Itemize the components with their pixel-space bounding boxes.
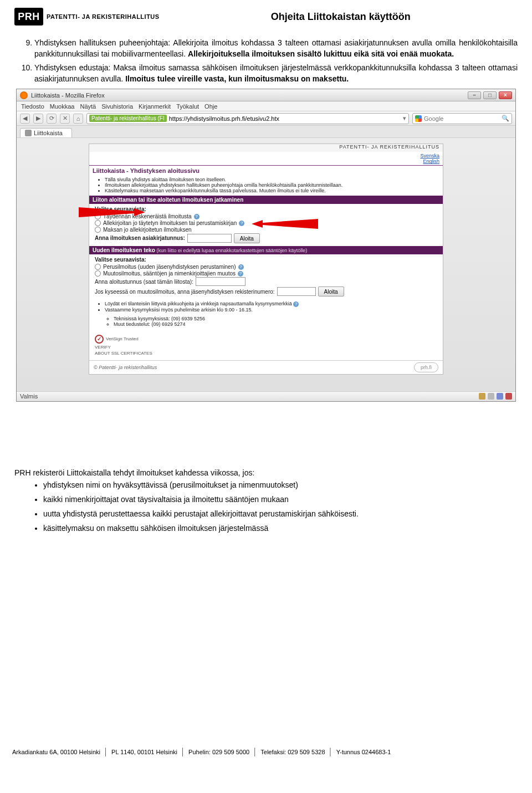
list-item: kaikki nimenkirjoittajat ovat täysivalta… — [43, 495, 518, 504]
list-item: Löydät eri tilanteisiin liittyviä pikkuo… — [105, 301, 431, 307]
menu-item[interactable]: Muokkaa — [50, 103, 75, 110]
footer-address: Arkadiankatu 6A, 00100 Helsinki — [12, 748, 100, 756]
list-item: yhdistyksen nimi on hyväksyttävissä (per… — [43, 480, 518, 489]
google-icon — [415, 115, 422, 122]
prh-logo-text: PATENTTI- JA REKISTERIHALLITUS — [47, 13, 160, 20]
nav-back-button[interactable]: ◀ — [20, 114, 30, 124]
help-icon[interactable]: ? — [238, 264, 244, 270]
browser-window: Liittokaista - Mozilla Firefox – □ × Tie… — [16, 89, 516, 402]
aloita-button[interactable]: Aloita — [234, 233, 260, 243]
menu-item[interactable]: Kirjanmerkit — [139, 103, 171, 110]
dropdown-icon[interactable]: ▾ — [403, 115, 406, 122]
menu-item[interactable]: Työkalut — [176, 103, 199, 110]
window-maximize-button[interactable]: □ — [483, 91, 497, 99]
radio-label: Täydennän keskeneräistä ilmoitusta — [103, 213, 192, 219]
list-item: Tällä sivulla yhdistys aloittaa ilmoituk… — [105, 177, 436, 182]
browser-content: PATENTTI- JA REKISTERIHALLITUS Svenska E… — [17, 138, 515, 391]
lang-link[interactable]: English — [93, 158, 439, 164]
verisign-verify[interactable]: VERIFY — [95, 345, 111, 350]
url-bar[interactable]: Patentti- ja rekisterihallitus (FI ▾ — [86, 113, 409, 124]
menu-item[interactable]: Näytä — [80, 103, 96, 110]
section-title-note: (kun liitto ei edellytä lupaa ennakkotar… — [157, 248, 308, 253]
list-item: Ilmoituksen allekirjoittaa yhdistyksen h… — [105, 182, 436, 188]
aloita-button[interactable]: Aloita — [318, 286, 344, 296]
field-label: Jos kyseessä on muutosilmoitus, anna jäs… — [95, 289, 275, 295]
menu-item[interactable]: Ohje — [204, 103, 217, 110]
section-label: Valitse seuraavista: — [95, 257, 437, 263]
verisign-about[interactable]: ABOUT SSL CERTIFICATES — [95, 351, 152, 356]
panel-header-strip: PATENTTI- JA REKISTERIHALLITUS — [89, 144, 443, 152]
site-identity-badge: Patentti- ja rekisterihallitus (FI — [89, 115, 167, 122]
nav-reload-button[interactable]: ⟳ — [47, 114, 57, 124]
copyright-text: © Patentti- ja rekisterihallitus — [94, 365, 157, 370]
asiakirjatunnus-input[interactable] — [187, 234, 232, 243]
post-lead: PRH rekisteröi Liittokaistalla tehdyt il… — [14, 468, 518, 477]
radio-option[interactable] — [95, 264, 101, 270]
tab-favicon — [25, 130, 32, 136]
radio-option[interactable] — [95, 213, 101, 219]
radio-option[interactable] — [95, 220, 101, 226]
footer-businessid: Y-tunnus 0244683-1 — [336, 748, 391, 756]
nav-forward-button[interactable]: ▶ — [33, 114, 43, 124]
panel-title: Liittokaista - Yhdistyksen aloitussivu — [89, 165, 443, 176]
nav-home-button[interactable]: ⌂ — [73, 114, 83, 124]
status-text: Valmis — [20, 393, 38, 400]
search-bar[interactable]: Google 🔍 — [412, 113, 512, 124]
nav-stop-button[interactable]: ✕ — [60, 114, 70, 124]
rekisterinumero-input[interactable] — [277, 287, 316, 296]
window-close-button[interactable]: × — [499, 91, 512, 99]
section-header: Liiton aloittaman tai itse aloitetun ilm… — [89, 196, 443, 204]
radio-option[interactable] — [95, 270, 101, 277]
footer-pobox: PL 1140, 00101 Helsinki — [111, 748, 177, 756]
section-label: Valitse seuraavista: — [95, 206, 437, 212]
browser-titlebar: Liittokaista - Mozilla Firefox – □ × — [17, 89, 515, 101]
list-item: käsittelymaksu on maksettu sähköisen ilm… — [43, 524, 518, 533]
lang-link[interactable]: Svenska — [93, 153, 439, 158]
instruction-bold: Allekirjoituksella ilmoituksen sisältö l… — [188, 49, 454, 58]
field-label: Anna ilmoituksen asiakirjatunnus: — [95, 235, 185, 241]
panel-footer: © Patentti- ja rekisterihallitus prh.fi — [89, 360, 443, 374]
browser-tab[interactable]: Liittokaista — [20, 128, 72, 137]
radio-option[interactable] — [95, 227, 101, 233]
status-icon — [488, 393, 494, 400]
numbered-instructions: Yhdistyksen hallituksen puheenjohtaja: A… — [20, 38, 518, 84]
verisign-badge: ✓ VeriSign Trusted — [95, 335, 139, 344]
post-screenshot-text: PRH rekisteröi Liittokaistalla tehdyt il… — [14, 468, 518, 533]
list-item: Käsittelymaksu maksetaan verkkopankkitun… — [105, 188, 436, 193]
menu-item[interactable]: Sivuhistoria — [101, 103, 133, 110]
search-icon[interactable]: 🔍 — [502, 115, 509, 122]
list-item: Vastaamme kysymyksiisi myös puhelimitse … — [105, 307, 431, 313]
status-icon — [497, 393, 503, 400]
panel-intro-list: Tällä sivulla yhdistys aloittaa ilmoituk… — [89, 176, 443, 196]
instruction-bold: Ilmoitus tulee vireille vasta, kun ilmoi… — [125, 74, 349, 83]
section-title: Uuden ilmoituksen teko — [93, 247, 155, 253]
url-input[interactable] — [169, 115, 401, 122]
prh-oval-logo: prh.fi — [414, 362, 438, 372]
radio-label: Muutosilmoitus, sääntöjen ja nimenkirjoi… — [103, 270, 236, 277]
tips-list: Löydät eri tilanteisiin liittyviä pikkuo… — [95, 300, 437, 315]
browser-tabbar: Liittokaista — [17, 126, 515, 138]
field-label: Anna aloitustunnus (saat tämän liitosta)… — [95, 279, 193, 285]
verisign-checkmark-icon: ✓ — [95, 335, 104, 344]
help-icon[interactable]: ? — [293, 301, 299, 307]
verisign-label: VeriSign Trusted — [106, 336, 139, 341]
prh-logo-box: PRH — [14, 8, 43, 25]
section2-form: Valitse seuraavista: Perusilmoitus (uude… — [89, 254, 443, 331]
browser-toolbar: ◀ ▶ ⟳ ✕ ⌂ Patentti- ja rekisterihallitus… — [17, 111, 515, 126]
browser-menubar: Tiedosto Muokkaa Näytä Sivuhistoria Kirj… — [17, 101, 515, 111]
status-icon — [479, 393, 485, 400]
list-item: uutta yhdistystä perustettaessa kaikki p… — [43, 509, 518, 518]
help-icon[interactable]: ? — [239, 221, 244, 226]
window-minimize-button[interactable]: – — [468, 91, 481, 99]
window-title: Liittokaista - Mozilla Firefox — [31, 92, 464, 99]
menu-item[interactable]: Tiedosto — [21, 103, 44, 110]
section-header: Uuden ilmoituksen teko (kun liitto ei ed… — [89, 246, 443, 254]
help-icon[interactable]: ? — [238, 271, 243, 277]
language-links: Svenska English — [89, 152, 443, 165]
radio-label: Maksan jo allekirjoitetun ilmoituksen — [103, 227, 192, 233]
help-icon[interactable]: ? — [194, 214, 200, 219]
radio-label: Perusilmoitus (uuden jäsenyhdistyksen pe… — [103, 264, 236, 270]
browser-statusbar: Valmis — [17, 391, 515, 401]
aloitustunnus-input[interactable] — [196, 277, 245, 286]
section1-form: Valitse seuraavista: Täydennän keskenerä… — [89, 204, 443, 246]
